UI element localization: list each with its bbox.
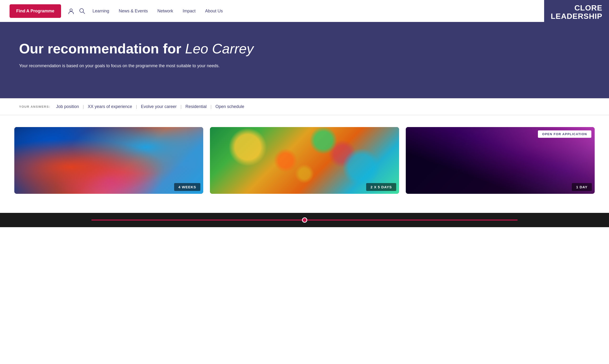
nav-network[interactable]: Network [157,9,173,13]
nav-about-us[interactable]: About Us [205,9,223,13]
answer-3: Evolve your career [141,104,177,109]
user-icon-button[interactable] [68,8,74,14]
site-header: Find A Programme Learning News & Events … [0,0,609,22]
nav-impact[interactable]: Impact [183,9,196,13]
answer-1: Job position [56,104,79,109]
svg-point-0 [70,9,72,11]
card-1[interactable]: 4 WEEKS [14,127,203,194]
answers-label: YOUR ANSWERS: [19,105,50,108]
answer-5: Open schedule [216,104,244,109]
logo: CLORE LEADERSHIP [544,0,609,24]
card-3[interactable]: OPEN FOR APPLICATION 1 DAY [406,127,595,194]
nav-learning[interactable]: Learning [93,9,109,13]
cards-section: 4 WEEKS 2 X 5 DAYS OPEN FOR APPLICATION … [0,115,609,213]
find-programme-button[interactable]: Find A Programme [10,4,61,18]
nav-news-events[interactable]: News & Events [119,9,148,13]
progress-bar-section [0,213,609,227]
svg-line-2 [83,12,85,13]
header-icons [68,8,85,14]
answers-bar: YOUR ANSWERS: Job position | XX years of… [0,98,609,115]
hero-name: Leo Carrey [185,41,254,56]
card-2[interactable]: 2 X 5 DAYS [210,127,399,194]
hero-section: Our recommendation for Leo Carrey Your r… [0,22,609,98]
card-3-badge: 1 DAY [572,183,592,191]
search-icon [79,8,85,14]
hero-subtitle: Your recommendation is based on your goa… [19,64,234,68]
card-2-badge: 2 X 5 DAYS [366,183,396,191]
search-icon-button[interactable] [79,8,85,14]
card-3-open-badge: OPEN FOR APPLICATION [538,130,591,138]
hero-title: Our recommendation for Leo Carrey [19,41,590,56]
answer-4: Residential [185,104,207,109]
card-1-badge: 4 WEEKS [174,183,201,191]
progress-dot [302,217,307,223]
main-nav: Learning News & Events Network Impact Ab… [93,9,599,13]
answer-2: XX years of experience [88,104,132,109]
user-icon [68,8,74,14]
progress-track [91,220,518,221]
